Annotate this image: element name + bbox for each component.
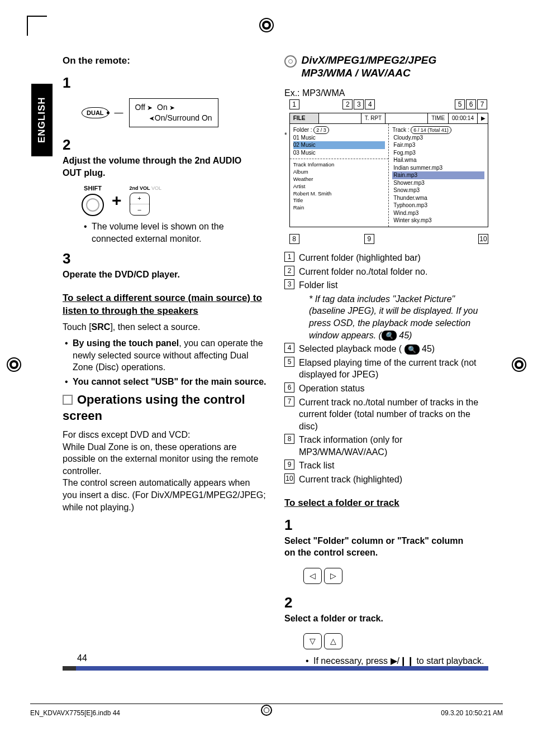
ctrl-track-2: Fog.mp3 — [392, 149, 484, 157]
legend-text-5: Elapsed playing time of the current trac… — [299, 357, 488, 381]
marker-4: 4 — [365, 99, 375, 109]
src-token: SRC — [92, 322, 111, 332]
marker-1: 1 — [289, 99, 299, 109]
cycle-surround: On/Surround On — [149, 113, 212, 122]
page-content: On the remote: 1 DUAL — Off On On/Surrou… — [63, 55, 488, 689]
magnify-icon: 🔍 — [382, 331, 397, 341]
registration-mark-top — [259, 18, 274, 32]
legend-num-2: 2 — [284, 266, 294, 276]
ctrl-track-9: Typhoon.mp3 — [392, 202, 484, 209]
example-label: Ex.: MP3/WMA — [284, 87, 488, 99]
select-source-line: Touch [SRC], then select a source. — [63, 321, 266, 333]
marker-9: 9 — [364, 234, 374, 244]
vol-plus: + — [130, 194, 149, 204]
legend-text-1: Current folder (highlighted bar) — [299, 252, 488, 264]
ctrl-track-5: Rain.mp3 — [392, 171, 484, 179]
marker-3: 3 — [354, 99, 364, 109]
step-2-title: Adjust the volume through the 2nd AUDIO … — [63, 156, 241, 178]
legend-num-1: 1 — [284, 252, 294, 262]
legend-text-3: Folder list — [299, 279, 488, 291]
select-source-line-c: ], then select a source. — [110, 322, 200, 332]
select-source-bullet-2-text: You cannot select "USB" for the main sou… — [73, 377, 266, 386]
ctrl-ti-heading: Track Information — [293, 161, 386, 169]
ctrl-track-4: Indian summer.mp3 — [392, 164, 484, 172]
shift-vol-figure: SHIFT + 2nd VOL VOL + – — [82, 184, 266, 216]
legend-num-7: 7 — [284, 396, 294, 406]
registration-mark-footer — [261, 705, 272, 716]
operations-p2: While Dual Zone is on, these operations … — [63, 441, 266, 477]
select-source-bullet-1a: By using the touch panel — [73, 338, 179, 348]
remote-up-key-icon: △ — [324, 633, 342, 649]
select-source-line-a: Touch [ — [63, 322, 92, 332]
registration-mark-left — [7, 357, 21, 372]
select-source-bullet-1: By using the touch panel, you can operat… — [73, 337, 266, 374]
dual-button-icon: DUAL — [82, 107, 109, 119]
remote-left-key-icon: ◁ — [303, 568, 322, 584]
ctrl-folder-label: Folder : — [293, 127, 312, 133]
cycle-off: Off — [135, 103, 153, 112]
left-column: On the remote: 1 DUAL — Off On On/Surrou… — [63, 55, 266, 669]
control-screen-figure: FILE T. RPT TIME 00:00:14 ▶ Folder : 2 /… — [289, 113, 488, 227]
vol-label-bold: 2nd VOL — [130, 185, 150, 191]
crop-mark — [27, 16, 47, 36]
step-2: 2 Adjust the volume through the 2nd AUDI… — [63, 135, 266, 179]
operations-p3: The control screen automatically appears… — [63, 477, 266, 513]
step-3-number: 3 — [63, 249, 78, 269]
ctrl-ti-artist-v: Robert M. Smith — [293, 190, 332, 198]
legend-num-3: 3 — [284, 279, 294, 289]
step-1: 1 — [63, 73, 266, 93]
ctrl-track-8: Thunder.wma — [392, 194, 484, 202]
legend-text-4: Selected playback mode ( 🔍 45) — [299, 343, 488, 355]
select-step-2: 2 Select a folder or track. — [284, 593, 488, 625]
footer-bar — [63, 666, 488, 671]
legend-num-4: 4 — [284, 343, 294, 353]
legend-list: 1Current folder (highlighted bar) 2Curre… — [284, 252, 488, 291]
plus-icon: + — [112, 195, 122, 205]
legend-3-note-b: 45) — [399, 331, 412, 340]
legend-text-8: Track information (only for MP3/WMA/WAV/… — [299, 434, 488, 458]
ctrl-folder-value: 2 / 3 — [313, 126, 329, 134]
dual-cycle-figure: DUAL — Off On On/Surround On — [82, 98, 266, 127]
ctrl-ti-album-k: Album — [293, 169, 308, 176]
select-step-2-number: 2 — [284, 593, 300, 613]
legend-text-7: Current track no./total number of tracks… — [299, 396, 488, 433]
ctrl-track-1: Fair.mp3 — [392, 141, 484, 149]
ctrl-folder-2: 02 Music — [293, 141, 386, 149]
select-step-1-title: Select "Folder" column or "Track" column… — [284, 536, 463, 558]
marker-10: 10 — [478, 234, 488, 244]
callout-markers-top: 1 2 3 4 5 6 7 — [289, 99, 488, 109]
legend-num-9: 9 — [284, 460, 294, 470]
vol-button-icon: 2nd VOL VOL + – — [130, 185, 162, 216]
legend-num-8: 8 — [284, 434, 294, 444]
marker-8: 8 — [289, 234, 299, 244]
legend-num-10: 10 — [284, 473, 294, 484]
ctrl-left-pane: Folder : 2 / 3 01 Music 02 Music 03 Musi… — [290, 124, 389, 227]
marker-2: 2 — [342, 99, 353, 109]
ctrl-time-value: 00:00:14 — [449, 113, 478, 123]
marker-7: 7 — [477, 99, 487, 109]
arrow-icon: — — [115, 107, 123, 119]
ctrl-right-pane: Track : 6 / 14 (Total 41) Cloudy.mp3 Fai… — [389, 124, 488, 227]
select-step-2-note: If necessary, press ▶/❙❙ to start playba… — [313, 655, 488, 667]
ctrl-track-7: Snow.mp3 — [392, 186, 484, 194]
ctrl-ti-artist-k: Artist — [293, 183, 306, 190]
footer-left: EN_KDVAVX7755[E]6.indb 44 — [30, 709, 120, 717]
footer-rule — [30, 704, 503, 704]
select-step-1: 1 Select "Folder" column or "Track" colu… — [284, 515, 488, 559]
ctrl-folder-3: 03 Music — [293, 149, 386, 157]
select-step-2-title: Select a folder or track. — [284, 614, 383, 623]
ctrl-track-6: Shower.mp3 — [392, 179, 484, 187]
ctrl-track-label: Track : — [392, 127, 409, 133]
select-source-bullet-2: You cannot select "USB" for the main sou… — [73, 376, 266, 388]
ctrl-file: FILE — [290, 113, 319, 123]
format-title: DivX/MPEG1/MPEG2/JPEG MP3/WMA / WAV/AAC — [284, 55, 488, 79]
ctrl-trpt: T. RPT — [361, 113, 386, 123]
select-step-1-number: 1 — [284, 515, 300, 535]
ctrl-track-value: 6 / 14 (Total 41) — [411, 126, 451, 134]
ctrl-track-11: Winter sky.mp3 — [392, 217, 484, 224]
legend-text-4a: Selected playback mode ( — [299, 344, 404, 353]
legend-num-6: 6 — [284, 382, 294, 393]
step-2-number: 2 — [63, 135, 78, 155]
ctrl-time-label: TIME — [428, 113, 449, 123]
asterisk-marker: * — [284, 131, 287, 140]
